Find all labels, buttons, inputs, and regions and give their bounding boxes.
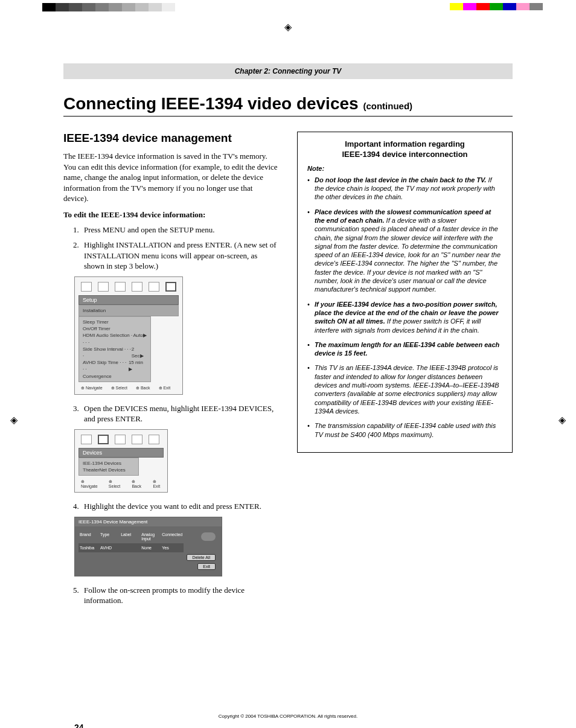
step-item: 3.Open the DEVICES menu, highlight IEEE-… (73, 403, 279, 424)
steps-list: 5.Follow the on-screen prompts to modify… (63, 585, 279, 606)
osd-tab-icon (132, 282, 142, 292)
color-swatches (450, 3, 543, 10)
osd-tab-icon (149, 282, 159, 292)
two-column-layout: IEEE-1394 device management The IEEE-139… (63, 132, 513, 611)
page-frame: ◈ ◈ Chapter 2: Connecting your TV Connec… (33, 27, 543, 728)
osd-nav-legend: ⊕ Navigate⊕ Select⊕ Back⊕ Exit (78, 386, 179, 391)
osd-tab-icon (132, 435, 142, 444)
title-continued: (continued) (363, 101, 412, 111)
osd-tab-icon (165, 282, 176, 292)
osd-table-row: ToshibaAVHDNoneYes (78, 543, 184, 552)
osd-tab-icon (115, 435, 126, 444)
steps-list: 3.Open the DEVICES menu, highlight IEEE-… (63, 403, 279, 424)
osd-tab-icon (149, 435, 159, 444)
edit-instructions-label: To edit the IEEE-1394 device information… (63, 210, 279, 220)
registration-marks (0, 0, 576, 21)
left-column: IEEE-1394 device management The IEEE-139… (63, 132, 279, 611)
page-content: Chapter 2: Connecting your TV Connecting… (33, 27, 543, 728)
osd-menu-rows: IEE-1394 DevicesTheaterNet Devices (78, 458, 139, 476)
osd-table-headers: BrandTypeLabelAnalog InputConnected (78, 530, 184, 543)
osd-section-title: Devices (78, 448, 164, 458)
steps-list: 4.Highlight the device you want to edit … (63, 501, 279, 512)
osd-device-management: IEEE-1394 Device Management BrandTypeLab… (74, 517, 222, 576)
intro-paragraph: The IEEE-1394 device information is save… (63, 151, 279, 204)
osd-tab-icon (81, 435, 92, 444)
osd-dialog-title: IEEE-1394 Device Management (75, 517, 222, 526)
steps-list: 1.Press MENU and open the SETUP menu.2.H… (63, 225, 279, 272)
osd-highlighted-row: Installation (78, 305, 179, 316)
osd-tab-icon (98, 282, 109, 292)
step-item: 5.Follow the on-screen prompts to modify… (73, 585, 279, 606)
grayscale-swatches (42, 3, 175, 11)
step-item: 1.Press MENU and open the SETUP menu. (73, 225, 279, 235)
exit-button: Exit (197, 563, 216, 570)
copyright-text: Copyright © 2004 TOSHIBA CORPORATION. Al… (63, 714, 513, 719)
note-item: •If your IEEE-1394 device has a two-posi… (307, 300, 502, 334)
note-item: •The maximum length for an IEEE-1394 cab… (307, 340, 502, 358)
osd-button-column: Delete All Exit (184, 530, 218, 572)
osd-tab-icon (98, 435, 109, 444)
step-item: 2.Highlight INSTALLATION and press ENTER… (73, 240, 279, 272)
right-column: Important information regarding IEEE-139… (297, 132, 513, 611)
page-footer: Copyright © 2004 TOSHIBA CORPORATION. Al… (63, 714, 513, 728)
page-title: Connecting IEEE-1394 video devices (cont… (63, 94, 513, 117)
osd-tab-icon (81, 282, 92, 292)
note-item: •Place devices with the slowest communic… (307, 208, 502, 294)
section-heading: IEEE-1394 device management (63, 132, 279, 145)
info-box-title: Important information regarding IEEE-139… (307, 139, 502, 160)
osd-section-title: Setup (78, 295, 179, 305)
osd-devices-menu: Devices IEE-1394 DevicesTheaterNet Devic… (74, 429, 168, 493)
osd-tab-icon (115, 282, 126, 292)
note-list: •Do not loop the last device in the chai… (307, 176, 502, 439)
registration-mark-icon: ◈ (10, 414, 18, 426)
page-number: 24 (74, 723, 513, 728)
osd-menu-rows: Sleep TimerOn/Off TimerHDMI Audio Select… (78, 316, 151, 382)
note-item: •The transmission capability of IEEE-139… (307, 421, 502, 439)
registration-mark-icon (284, 21, 292, 33)
delete-all-button: Delete All (187, 554, 216, 561)
osd-nav-legend: ⊕ Navigate⊕ Select⊕ Back⊕ Exit (78, 479, 164, 488)
note-label: Note: (307, 165, 502, 172)
title-main: Connecting IEEE-1394 video devices (63, 94, 363, 113)
info-box: Important information regarding IEEE-139… (297, 132, 513, 453)
step-item: 4.Highlight the device you want to edit … (73, 501, 279, 512)
chapter-header: Chapter 2: Connecting your TV (63, 63, 513, 79)
registration-mark-icon: ◈ (558, 414, 566, 426)
scroll-indicator-icon (201, 532, 216, 541)
note-item: •This TV is an IEEE-1394A device. The IE… (307, 363, 502, 415)
note-item: •Do not loop the last device in the chai… (307, 176, 502, 202)
osd-setup-menu: Setup Installation Sleep TimerOn/Off Tim… (74, 276, 183, 395)
